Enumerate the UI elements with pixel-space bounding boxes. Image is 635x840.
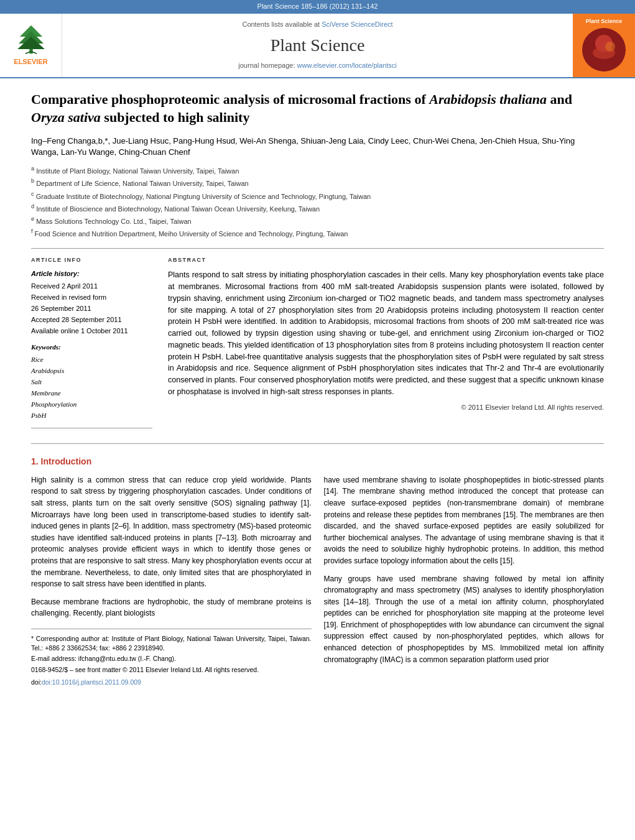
intro-para1: High salinity is a common stress that ca… [31, 474, 312, 590]
abstract-text: Plants respond to salt stress by initiat… [168, 269, 604, 397]
doi-link[interactable]: doi:10.1016/j.plantsci.2011.09.009 [42, 678, 141, 686]
revised-date: 26 September 2011 [31, 304, 152, 314]
badge-image [582, 28, 626, 72]
svg-point-9 [605, 42, 615, 52]
section-intro-header: 1. Introduction [31, 455, 604, 468]
elsevier-tree-icon [12, 24, 50, 55]
introduction-section: 1. Introduction High salinity is a commo… [31, 455, 604, 686]
main-content: Comparative phosphoproteomic analysis of… [0, 78, 635, 699]
body-col-right: have used membrane shaving to isolate ph… [324, 474, 605, 687]
elsevier-logo-area: ELSEVIER [0, 14, 62, 77]
affiliation-a: a Institute of Plant Biology, National T… [31, 165, 604, 176]
footnote-email: E-mail address: ifchang@ntu.edu.tw (I.-F… [31, 654, 312, 663]
affiliation-d: d Institute of Bioscience and Biotechnol… [31, 203, 604, 214]
intro-para2: Because membrane fractions are hydrophob… [31, 596, 312, 619]
article-info-block: Article history: Received 2 April 2011 R… [31, 269, 152, 336]
keyword-arabidopsis: Arabidopsis [31, 366, 152, 376]
journal-citation: Plant Science 185–186 (2012) 131–142 [257, 2, 378, 10]
journal-header: ELSEVIER Contents lists available at Sci… [0, 14, 635, 78]
journal-title-area: Contents lists available at SciVerse Sci… [62, 14, 573, 77]
revised-label: Received in revised form [31, 293, 152, 303]
divider-body [31, 443, 604, 444]
divider-keywords [31, 428, 152, 428]
affiliation-c: c Graduate Institute of Biotechnology, N… [31, 190, 604, 201]
available-date: Available online 1 October 2011 [31, 326, 152, 336]
footnote-area: * Corresponding author at: Institute of … [31, 629, 312, 687]
intro-para4: Many groups have used membrane shaving f… [324, 573, 605, 666]
journal-homepage: journal homepage: www.elsevier.com/locat… [75, 61, 560, 71]
intro-para3: have used membrane shaving to isolate ph… [324, 474, 605, 567]
elsevier-logo: ELSEVIER [12, 24, 50, 67]
journal-title: Plant Science [75, 33, 560, 58]
journal-citation-bar: Plant Science 185–186 (2012) 131–142 [0, 0, 635, 14]
footnote-issn: 0168-9452/$ – see front matter © 2011 El… [31, 665, 312, 675]
keywords-label: Keywords: [31, 343, 152, 353]
article-history-title: Article history: [31, 269, 152, 279]
article-info-abstract: ARTICLE INFO Article history: Received 2… [31, 256, 604, 436]
body-col-left: High salinity is a common stress that ca… [31, 474, 312, 687]
accepted-date: Accepted 28 September 2011 [31, 315, 152, 325]
keyword-psbh: PsbH [31, 411, 152, 421]
received-date: Received 2 April 2011 [31, 282, 152, 292]
footnote-doi: doi:doi:10.1016/j.plantsci.2011.09.009 [31, 677, 312, 687]
elsevier-wordmark: ELSEVIER [14, 57, 47, 67]
divider-top [31, 248, 604, 249]
authors-line: Ing–Feng Changa,b,*, Jue-Liang Hsuc, Pan… [31, 136, 604, 159]
footnote-corresponding: * Corresponding author at: Institute of … [31, 634, 312, 652]
affiliation-b: b Department of Life Science, National T… [31, 177, 604, 188]
abstract-column: ABSTRACT Plants respond to salt stress b… [168, 256, 604, 436]
keywords-block: Keywords: Rice Arabidopsis Salt Membrane… [31, 343, 152, 421]
copyright-line: © 2011 Elsevier Ireland Ltd. All rights … [168, 403, 604, 413]
sciverse-link[interactable]: SciVerse ScienceDirect [322, 21, 392, 28]
affiliation-f: f Food Science and Nutrition Department,… [31, 228, 604, 239]
keyword-salt: Salt [31, 377, 152, 387]
badge-label: Plant Science [586, 17, 623, 25]
badge-graphic [582, 28, 626, 72]
homepage-link[interactable]: www.elsevier.com/locate/plantsci [297, 62, 397, 69]
article-info-column: ARTICLE INFO Article history: Received 2… [31, 256, 152, 436]
keyword-phosphorylation: Phosphorylation [31, 400, 152, 410]
keyword-rice: Rice [31, 355, 152, 365]
keyword-membrane: Membrane [31, 389, 152, 399]
affiliation-e: e Mass Solutions Technology Co. Ltd., Ta… [31, 215, 604, 226]
plant-science-badge-area: Plant Science [573, 14, 635, 77]
sciverse-line: Contents lists available at SciVerse Sci… [75, 20, 560, 30]
article-info-label: ARTICLE INFO [31, 256, 152, 264]
affiliations: a Institute of Plant Biology, National T… [31, 165, 604, 239]
article-title: Comparative phosphoproteomic analysis of… [31, 91, 604, 126]
body-two-col: High salinity is a common stress that ca… [31, 474, 604, 687]
abstract-label: ABSTRACT [168, 256, 604, 264]
